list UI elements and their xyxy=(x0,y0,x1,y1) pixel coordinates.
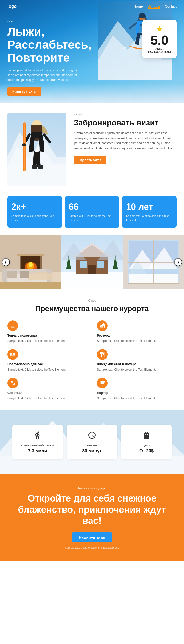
amenity-name-4: Спортзал xyxy=(7,391,87,394)
amenity-name-1: Ресторан xyxy=(97,334,177,337)
gallery-arrow-right[interactable]: ❯ xyxy=(174,258,182,266)
amenities-grid: Теплые полотенца Sample text. Click to s… xyxy=(7,320,177,400)
svg-rect-22 xyxy=(17,254,44,256)
stat-desc-0: Sample text. Click to select the Text El… xyxy=(11,214,58,222)
svg-rect-5 xyxy=(139,18,145,20)
amenities-title: Преимущества нашего курорта xyxy=(7,304,177,313)
svg-rect-36 xyxy=(80,261,87,268)
book-label: Курорт xyxy=(74,112,177,116)
cta-title: Откройте для себя снежное блаженство, пр… xyxy=(7,493,177,526)
stat-desc-1: Sample text. Click to select the Text El… xyxy=(69,214,115,222)
rating-value: 5.0 xyxy=(148,34,171,46)
info-card-icon-1 xyxy=(71,431,113,442)
amenity-desc-2: Sample text. Click to select the Text El… xyxy=(7,368,87,372)
nav-contact[interactable]: Contact xyxy=(165,4,177,9)
amenity-desc-0: Sample text. Click to select the Text El… xyxy=(7,339,87,343)
hero-contact-button[interactable]: Наши контакты xyxy=(7,87,41,96)
book-title: Забронировать визит xyxy=(74,118,177,127)
hero-description: Lorem ipsum dolor sit amet, consetetur s… xyxy=(7,68,81,82)
rating-star: ★ xyxy=(148,24,171,34)
amenity-name-2: Подготовлено для вас xyxy=(7,362,87,366)
amenity-name-3: Шведский стол в номере xyxy=(97,362,177,366)
info-cards-section: ГОРНОЛЫЖНЫЙ СКЛОН 7.3 мили ВРЕМЯ 30 мину… xyxy=(0,410,184,474)
svg-rect-55 xyxy=(128,262,179,263)
gallery-item-2 xyxy=(61,235,123,289)
amenity-icon-4 xyxy=(7,378,18,388)
stat-number-1: 66 xyxy=(69,202,115,212)
amenity-item-1: Ресторан Sample text. Click to select th… xyxy=(97,320,177,343)
book-image xyxy=(7,112,66,186)
amenity-icon-5 xyxy=(97,378,108,388)
svg-rect-25 xyxy=(3,270,7,282)
stat-number-0: 2к+ xyxy=(11,202,58,212)
svg-rect-11 xyxy=(24,122,25,171)
amenities-label: О нас xyxy=(7,299,177,302)
amenity-item-3: Шведский стол в номере Sample text. Clic… xyxy=(97,349,177,372)
hero-section: О нас Лыжи, Расслабьтесь, Повторите Lore… xyxy=(0,0,184,103)
stat-number-2: 10 лет xyxy=(126,202,173,212)
stat-card-1: 66 Sample text. Click to select the Text… xyxy=(65,196,119,228)
amenity-item-5: Портер Sample text. Click to select the … xyxy=(97,378,177,400)
svg-rect-58 xyxy=(123,235,184,240)
book-description: At vero eos et accusam et justo duo dolo… xyxy=(74,131,177,151)
logo: logo xyxy=(7,4,17,9)
cta-label: Ближайший курорт xyxy=(7,486,177,490)
svg-rect-29 xyxy=(0,282,61,289)
stat-card-0: 2к+ Sample text. Click to select the Tex… xyxy=(7,196,62,228)
svg-rect-27 xyxy=(7,271,17,278)
info-card-value-2: От 20$ xyxy=(125,448,168,454)
cta-button[interactable]: Наши контакты xyxy=(72,532,112,542)
stat-card-2: 10 лет Sample text. Click to select the … xyxy=(122,196,177,228)
info-card-1: ВРЕМЯ 30 минут xyxy=(67,425,117,460)
svg-rect-31 xyxy=(61,272,123,289)
svg-rect-28 xyxy=(20,271,29,278)
info-card-label-2: ЦЕНА xyxy=(125,444,168,447)
amenity-item-0: Теплые полотенца Sample text. Click to s… xyxy=(7,320,87,343)
svg-rect-13 xyxy=(38,165,43,169)
amenity-icon-2 xyxy=(7,349,18,360)
info-card-icon-2 xyxy=(125,431,168,442)
cta-bottom-text: Sample text. Click to select the Text El… xyxy=(7,546,177,549)
rating-label: ОТЗЫВПОЛЬЗОВАТЕЛЯ xyxy=(148,48,171,53)
amenity-desc-5: Sample text. Click to select the Text El… xyxy=(97,396,177,400)
book-content: Курорт Забронировать визит At vero eos e… xyxy=(74,112,177,164)
info-card-0: ГОРНОЛЫЖНЫЙ СКЛОН 7.3 мили xyxy=(12,425,63,460)
navigation: logo Home Выгоды Contact xyxy=(0,0,184,13)
nav-benefits[interactable]: Выгоды xyxy=(148,4,160,9)
amenity-name-5: Портер xyxy=(97,391,177,394)
book-section: Курорт Забронировать визит At vero eos e… xyxy=(0,103,184,196)
info-card-label-0: ГОРНОЛЫЖНЫЙ СКЛОН xyxy=(16,444,59,447)
svg-point-14 xyxy=(22,144,26,146)
stats-section: 2к+ Sample text. Click to select the Tex… xyxy=(0,196,184,235)
stat-desc-2: Sample text. Click to select the Text El… xyxy=(126,214,173,222)
gallery-arrow-left[interactable]: ❮ xyxy=(2,258,10,266)
svg-rect-38 xyxy=(88,264,96,274)
amenity-icon-0 xyxy=(7,320,18,331)
nav-home[interactable]: Home xyxy=(133,4,143,9)
gallery-section: ❮ ❯ xyxy=(0,235,184,289)
hero-label: О нас xyxy=(7,20,81,23)
cta-section: Ближайший курорт Откройте для себя снежн… xyxy=(0,474,184,561)
amenity-icon-1 xyxy=(97,320,108,331)
svg-rect-56 xyxy=(123,235,128,289)
info-card-icon-0 xyxy=(16,431,59,442)
hero-content: О нас Лыжи, Расслабьтесь, Повторите Lore… xyxy=(7,20,81,96)
book-button[interactable]: Сделать заказ xyxy=(74,156,106,164)
hero-title: Лыжи, Расслабьтесь, Повторите xyxy=(7,26,81,64)
info-card-value-1: 30 минут xyxy=(71,448,113,454)
amenity-item-2: Подготовлено для вас Sample text. Click … xyxy=(7,349,87,372)
amenity-icon-3 xyxy=(97,349,108,360)
svg-rect-12 xyxy=(32,165,37,169)
svg-point-21 xyxy=(29,262,33,267)
info-card-2: ЦЕНА От 20$ xyxy=(121,425,172,460)
amenity-desc-1: Sample text. Click to select the Text El… xyxy=(97,339,177,343)
svg-rect-37 xyxy=(97,261,104,268)
svg-rect-59 xyxy=(123,284,184,289)
amenity-desc-4: Sample text. Click to select the Text El… xyxy=(7,396,87,400)
amenity-name-0: Теплые полотенца xyxy=(7,334,87,337)
amenities-section: О нас Преимущества нашего курорта Теплые… xyxy=(0,289,184,410)
amenity-item-4: Спортзал Sample text. Click to select th… xyxy=(7,378,87,400)
rating-card: ★ 5.0 ОТЗЫВПОЛЬЗОВАТЕЛЯ xyxy=(142,20,177,58)
nav-links: Home Выгоды Contact xyxy=(133,4,177,9)
info-card-label-1: ВРЕМЯ xyxy=(71,444,113,447)
